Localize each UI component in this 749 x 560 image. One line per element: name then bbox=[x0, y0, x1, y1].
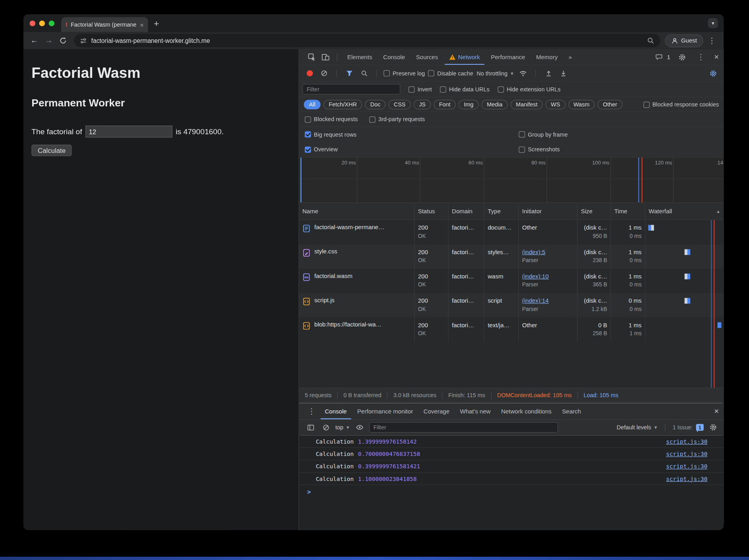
console-message[interactable]: Calculation 0.7000000476837158 script.js… bbox=[299, 448, 724, 460]
hide-data-urls-checkbox[interactable]: Hide data URLs bbox=[440, 86, 490, 93]
blocked-response-cookies-checkbox[interactable]: Blocked response cookies bbox=[643, 101, 719, 108]
tab-console[interactable]: Console bbox=[379, 49, 409, 65]
console-source-link[interactable]: script.js:30 bbox=[666, 438, 707, 445]
reload-button[interactable] bbox=[57, 35, 69, 47]
blocked-requests-checkbox[interactable]: Blocked requests bbox=[305, 116, 358, 123]
console-filter-input[interactable] bbox=[369, 422, 558, 433]
column-header-status[interactable]: Status bbox=[415, 203, 449, 220]
filter-pill-all[interactable]: All bbox=[304, 100, 321, 109]
filter-pill-media[interactable]: Media bbox=[482, 100, 508, 109]
calculate-button[interactable]: Calculate bbox=[31, 145, 72, 156]
record-button[interactable] bbox=[307, 70, 313, 77]
column-header-domain[interactable]: Domain bbox=[449, 203, 484, 220]
tab-performance[interactable]: Performance bbox=[487, 49, 530, 65]
console-source-link[interactable]: script.js:30 bbox=[666, 475, 707, 482]
checkbox-icon[interactable] bbox=[305, 116, 311, 123]
network-search-icon[interactable] bbox=[358, 68, 370, 79]
drawer-tab-coverage[interactable]: Coverage bbox=[419, 404, 454, 419]
throttling-select[interactable]: No throttling ▼ bbox=[476, 70, 514, 77]
checkbox-icon[interactable] bbox=[408, 86, 415, 93]
checkbox-icon[interactable] bbox=[519, 131, 525, 138]
console-prompt[interactable]: > bbox=[299, 485, 724, 495]
request-row-document[interactable]: factorial-wasm-permane… 200OK factori… d… bbox=[299, 220, 724, 244]
forward-button[interactable]: → bbox=[43, 35, 55, 47]
console-message[interactable]: Calculation 1.100000023841858 script.js:… bbox=[299, 473, 724, 485]
checkbox-icon[interactable] bbox=[383, 70, 390, 77]
console-context-select[interactable]: top ▼ bbox=[335, 424, 350, 431]
clear-console-button[interactable] bbox=[320, 422, 331, 433]
network-filter-input[interactable] bbox=[302, 84, 400, 95]
request-initiator-link[interactable]: (index):10 bbox=[522, 272, 574, 281]
drawer-tab-whats-new[interactable]: What's new bbox=[456, 404, 495, 419]
site-settings-icon[interactable] bbox=[80, 37, 87, 44]
filter-pill-fetch-xhr[interactable]: Fetch/XHR bbox=[323, 100, 362, 109]
filter-pill-js[interactable]: JS bbox=[414, 100, 431, 109]
inspect-element-icon[interactable] bbox=[306, 51, 317, 63]
filter-pill-doc[interactable]: Doc bbox=[365, 100, 386, 109]
column-header-name[interactable]: Name bbox=[299, 203, 415, 220]
column-header-size[interactable]: Size bbox=[577, 203, 611, 220]
tab-close-icon[interactable]: × bbox=[140, 21, 144, 28]
devtools-menu-button[interactable]: ⋮ bbox=[694, 53, 708, 61]
console-source-link[interactable]: script.js:30 bbox=[666, 463, 707, 470]
console-levels-select[interactable]: Default levels ▼ bbox=[617, 424, 658, 431]
column-header-type[interactable]: Type bbox=[484, 203, 519, 220]
filter-pill-ws[interactable]: WS bbox=[546, 100, 565, 109]
profile-button[interactable]: Guest bbox=[665, 34, 703, 47]
hide-extension-urls-checkbox[interactable]: Hide extension URLs bbox=[497, 86, 560, 93]
back-button[interactable]: ← bbox=[28, 35, 41, 47]
request-row-script[interactable]: script.js 200OK factori… script (index):… bbox=[299, 293, 724, 317]
filter-pill-manifest[interactable]: Manifest bbox=[511, 100, 543, 109]
checkbox-checked-icon[interactable] bbox=[305, 131, 311, 138]
devtools-close-icon[interactable]: × bbox=[714, 52, 719, 62]
preserve-log-checkbox[interactable]: Preserve log bbox=[383, 70, 425, 77]
device-toolbar-icon[interactable] bbox=[319, 51, 331, 63]
address-bar[interactable]: factorial-wasm-permanent-worker.glitch.m… bbox=[74, 34, 660, 47]
console-messages-icon[interactable] bbox=[653, 51, 665, 63]
drawer-tab-search[interactable]: Search bbox=[558, 404, 585, 419]
export-har-icon[interactable] bbox=[543, 68, 554, 79]
drawer-tab-console[interactable]: Console bbox=[321, 404, 351, 419]
tab-search-chevron-icon[interactable]: ▾ bbox=[708, 18, 718, 28]
issues-button[interactable]: 1 Issue: 1 bbox=[673, 424, 704, 431]
checkbox-icon[interactable] bbox=[497, 86, 504, 93]
request-initiator-link[interactable]: (index):14 bbox=[522, 297, 574, 305]
request-initiator-link[interactable]: (index):5 bbox=[522, 248, 574, 257]
console-message[interactable]: Calculation 1.399999976158142 script.js:… bbox=[299, 435, 724, 448]
big-request-rows-checkbox[interactable]: Big request rows bbox=[305, 131, 519, 138]
drawer-close-icon[interactable]: × bbox=[714, 407, 719, 416]
console-source-link[interactable]: script.js:30 bbox=[666, 450, 707, 457]
checkbox-icon[interactable] bbox=[428, 70, 435, 77]
network-overview-timeline[interactable]: 20 ms 40 ms 60 ms 80 ms 100 ms 120 ms 14 bbox=[299, 158, 724, 203]
filter-pill-img[interactable]: Img bbox=[459, 100, 479, 109]
group-by-frame-checkbox[interactable]: Group by frame bbox=[519, 131, 724, 138]
column-header-initiator[interactable]: Initiator bbox=[519, 203, 578, 220]
request-row-blob[interactable]: blob:https://factorial-wa… 200OK factori… bbox=[299, 317, 724, 342]
disable-cache-checkbox[interactable]: Disable cache bbox=[428, 70, 473, 77]
checkbox-checked-icon[interactable] bbox=[305, 146, 311, 153]
console-settings-gear-icon[interactable] bbox=[707, 422, 719, 433]
screenshots-checkbox[interactable]: Screenshots bbox=[519, 146, 724, 153]
network-conditions-icon[interactable] bbox=[517, 68, 529, 79]
request-row-wasm[interactable]: WA factorial.wasm 200OK factori… wasm (i… bbox=[299, 269, 724, 293]
checkbox-icon[interactable] bbox=[369, 116, 375, 123]
request-row-stylesheet[interactable]: style.css 200OK factori… styles… (index)… bbox=[299, 245, 724, 269]
tab-elements[interactable]: Elements bbox=[343, 49, 376, 65]
drawer-tab-performance-monitor[interactable]: Performance monitor bbox=[353, 404, 417, 419]
tab-sources[interactable]: Sources bbox=[412, 49, 442, 65]
close-window-button[interactable] bbox=[30, 21, 35, 26]
import-har-icon[interactable] bbox=[557, 68, 569, 79]
third-party-requests-checkbox[interactable]: 3rd-party requests bbox=[369, 116, 425, 123]
checkbox-icon[interactable] bbox=[440, 86, 446, 93]
fullscreen-window-button[interactable] bbox=[49, 21, 54, 26]
zoom-icon[interactable] bbox=[646, 37, 654, 44]
column-header-waterfall[interactable]: Waterfall ▲ bbox=[645, 203, 724, 220]
console-sidebar-toggle-icon[interactable] bbox=[305, 422, 316, 433]
factorial-input[interactable] bbox=[85, 126, 172, 137]
console-message[interactable]: Calculation 0.3999999761581421 script.js… bbox=[299, 460, 724, 473]
network-settings-gear-icon[interactable] bbox=[707, 68, 719, 79]
clear-network-log-button[interactable] bbox=[318, 68, 330, 79]
tab-memory[interactable]: Memory bbox=[532, 49, 562, 65]
minimize-window-button[interactable] bbox=[39, 21, 45, 26]
filter-pill-other[interactable]: Other bbox=[598, 100, 623, 109]
